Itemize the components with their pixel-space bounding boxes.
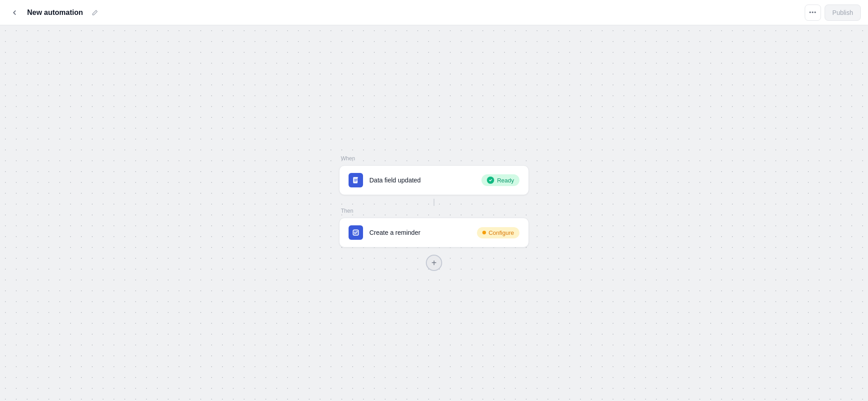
add-step-button[interactable]: + [426, 255, 442, 271]
page-title: New automation [27, 9, 83, 17]
publish-button[interactable]: Publish [825, 5, 861, 21]
trigger-status-label: Ready [497, 177, 514, 184]
back-button[interactable] [7, 5, 22, 20]
flow-container: When Data field updated [339, 155, 529, 271]
connector-line-1 [434, 199, 434, 206]
more-icon: ••• [809, 9, 817, 16]
trigger-title: Data field updated [369, 177, 475, 184]
then-section: Then Create a reminder Configure [339, 208, 529, 247]
canvas-area: When Data field updated [0, 25, 868, 401]
when-section: When Data field updated [339, 155, 529, 195]
edit-title-button[interactable] [89, 6, 101, 19]
then-label: Then [339, 208, 529, 214]
header-right: ••• Publish [805, 5, 861, 21]
when-label: When [339, 155, 529, 162]
trigger-card[interactable]: Data field updated Ready [339, 165, 529, 195]
trigger-status-badge: Ready [481, 174, 519, 186]
trigger-icon [349, 173, 363, 187]
action-status-badge: Configure [477, 227, 519, 238]
app-header: New automation ••• Publish [0, 0, 868, 25]
header-left: New automation [7, 5, 805, 20]
action-card[interactable]: Create a reminder Configure [339, 218, 529, 247]
ready-check-icon [487, 177, 494, 184]
action-title: Create a reminder [369, 229, 471, 236]
configure-dot-icon [482, 231, 486, 234]
action-icon [349, 225, 363, 240]
more-options-button[interactable]: ••• [805, 5, 821, 21]
action-status-label: Configure [489, 229, 514, 236]
